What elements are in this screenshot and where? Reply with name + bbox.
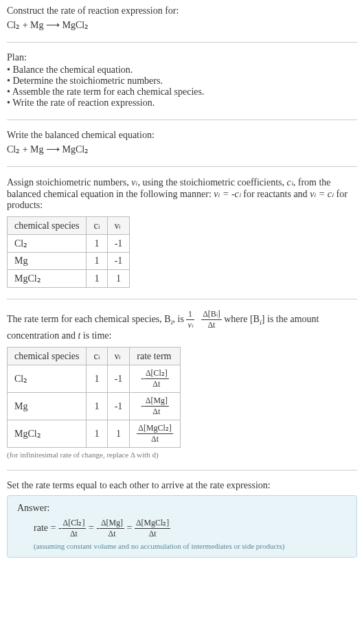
plan-item: Balance the chemical equation.	[7, 65, 357, 76]
answer-note: (assuming constant volume and no accumul…	[17, 542, 347, 550]
nu-cell: -1	[107, 235, 130, 253]
c-cell: 1	[87, 365, 107, 393]
plan-label: Plan:	[7, 52, 357, 63]
assign-text: Assign stoichiometric numbers, νᵢ, using…	[7, 177, 357, 211]
species-cell: Cl₂	[8, 365, 87, 393]
nu-cell: 1	[107, 270, 130, 288]
set-equal-text: Set the rate terms equal to each other t…	[7, 480, 357, 491]
divider	[7, 120, 357, 120]
plan-item: Assemble the rate term for each chemical…	[7, 87, 357, 98]
divider	[7, 166, 357, 167]
infinitesimal-note: (for infinitesimal rate of change, repla…	[7, 451, 357, 459]
plan-section: Plan: Balance the chemical equation. Det…	[7, 52, 357, 109]
stoich-table: chemical species cᵢ νᵢ Cl₂ 1 -1 Mg 1 -1 …	[7, 216, 130, 288]
answer-box: Answer: rate = -Δ[Cl₂]Δt = -Δ[Mg]Δt = Δ[…	[7, 495, 357, 558]
plan-item: Write the rate of reaction expression.	[7, 98, 357, 109]
species-cell: Cl₂	[8, 235, 87, 253]
rate-cell: -Δ[Cl₂]Δt	[130, 365, 180, 393]
nu-cell: 1	[107, 420, 130, 448]
c-cell: 1	[87, 253, 107, 270]
divider	[7, 42, 357, 43]
table-row: Cl₂ 1 -1 -Δ[Cl₂]Δt	[8, 365, 181, 393]
col-header: rate term	[130, 348, 180, 365]
c-cell: 1	[87, 235, 107, 253]
rate-term-section: The rate term for each chemical species,…	[7, 309, 357, 459]
fraction: Δ[Bᵢ] Δt	[201, 309, 222, 330]
c-cell: 1	[87, 270, 107, 288]
divider	[7, 299, 357, 299]
answer-label: Answer:	[17, 503, 347, 514]
header-equation: Cl₂ + Mg ⟶ MgCl₂	[7, 19, 357, 31]
table-header-row: chemical species cᵢ νᵢ	[8, 217, 130, 235]
rate-cell: -Δ[Mg]Δt	[130, 393, 180, 420]
rate-expression: rate = -Δ[Cl₂]Δt = -Δ[Mg]Δt = Δ[MgCl₂]Δt	[17, 518, 347, 539]
rate-table: chemical species cᵢ νᵢ rate term Cl₂ 1 -…	[7, 347, 181, 448]
header-title: Construct the rate of reaction expressio…	[7, 5, 357, 16]
col-header: νᵢ	[107, 348, 130, 365]
balanced-equation: Cl₂ + Mg ⟶ MgCl₂	[7, 144, 357, 155]
table-row: MgCl₂ 1 1	[8, 270, 130, 288]
table-row: Mg 1 -1	[8, 253, 130, 270]
col-header: chemical species	[8, 348, 87, 365]
nu-cell: -1	[107, 393, 130, 420]
species-cell: MgCl₂	[8, 270, 87, 288]
species-cell: Mg	[8, 253, 87, 270]
header-section: Construct the rate of reaction expressio…	[7, 5, 357, 31]
table-header-row: chemical species cᵢ νᵢ rate term	[8, 348, 181, 365]
col-header: cᵢ	[87, 348, 107, 365]
divider	[7, 470, 357, 470]
rate-term-text: The rate term for each chemical species,…	[7, 309, 357, 341]
species-cell: MgCl₂	[8, 420, 87, 448]
balanced-section: Write the balanced chemical equation: Cl…	[7, 130, 357, 155]
col-header: νᵢ	[107, 217, 130, 235]
table-row: Cl₂ 1 -1	[8, 235, 130, 253]
set-equal-section: Set the rate terms equal to each other t…	[7, 480, 357, 558]
table-row: MgCl₂ 1 1 Δ[MgCl₂]Δt	[8, 420, 181, 448]
col-header: chemical species	[8, 217, 87, 235]
col-header: cᵢ	[87, 217, 107, 235]
c-cell: 1	[87, 420, 107, 448]
table-row: Mg 1 -1 -Δ[Mg]Δt	[8, 393, 181, 420]
species-cell: Mg	[8, 393, 87, 420]
plan-item: Determine the stoichiometric numbers.	[7, 76, 357, 87]
balanced-label: Write the balanced chemical equation:	[7, 130, 357, 141]
assign-section: Assign stoichiometric numbers, νᵢ, using…	[7, 177, 357, 288]
plan-list: Balance the chemical equation. Determine…	[7, 65, 357, 109]
nu-cell: -1	[107, 365, 130, 393]
c-cell: 1	[87, 393, 107, 420]
nu-cell: -1	[107, 253, 130, 270]
fraction: 1 νᵢ	[186, 309, 194, 330]
rate-cell: Δ[MgCl₂]Δt	[130, 420, 180, 448]
